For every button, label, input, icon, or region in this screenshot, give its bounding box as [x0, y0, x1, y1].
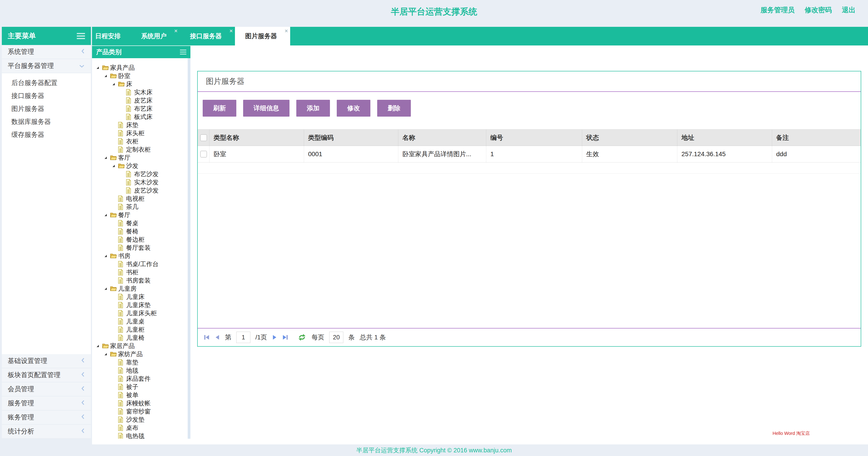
- sidebar-item-3[interactable]: 数据库服务器: [2, 115, 91, 128]
- reload-icon[interactable]: [298, 333, 307, 341]
- sidebar-section-2[interactable]: 基础设置管理: [2, 354, 91, 368]
- tree-node[interactable]: 沙发: [92, 162, 188, 170]
- tree-node[interactable]: 餐厅套装: [92, 244, 188, 252]
- tree-node[interactable]: 餐桌: [92, 219, 188, 227]
- tree-node[interactable]: 餐椅: [92, 227, 188, 236]
- tree-node[interactable]: 皮艺沙发: [92, 186, 188, 194]
- tree-node[interactable]: 床幔蚊帐: [92, 399, 188, 407]
- tree-node[interactable]: 茶几: [92, 203, 188, 211]
- tab-close-icon[interactable]: ×: [229, 28, 233, 34]
- refresh-button[interactable]: 刷新: [203, 100, 236, 117]
- change-password-link[interactable]: 修改密码: [805, 5, 832, 15]
- tree-node[interactable]: 家居产品: [92, 342, 188, 350]
- tree-hamburger-icon[interactable]: [180, 50, 186, 55]
- tree-node[interactable]: 儿童椅: [92, 334, 188, 342]
- tree-node[interactable]: 靠垫: [92, 358, 188, 366]
- delete-button[interactable]: 删除: [377, 100, 411, 117]
- per-page-input[interactable]: [329, 332, 343, 343]
- expand-arrow-icon[interactable]: [104, 74, 110, 78]
- modify-button[interactable]: 修改: [337, 100, 370, 117]
- tab-3[interactable]: 图片服务器×: [235, 27, 290, 45]
- sidebar-item-4[interactable]: 缓存服务器: [2, 128, 91, 141]
- tree-node[interactable]: 儿童床: [92, 293, 188, 301]
- tree-node[interactable]: 被单: [92, 391, 188, 399]
- tree-node[interactable]: 电视柜: [92, 194, 188, 203]
- tree-node[interactable]: 床垫: [92, 121, 188, 129]
- tab-1[interactable]: 系统用户×: [131, 27, 180, 45]
- tree-node[interactable]: 电热毯: [92, 432, 188, 439]
- tree-node[interactable]: 皮艺床: [92, 96, 188, 104]
- tree-node[interactable]: 卧室: [92, 72, 188, 80]
- tree-node[interactable]: 家具产品: [92, 64, 188, 72]
- file-icon: [118, 220, 126, 226]
- tree-list: 家具产品卧室床实木床皮艺床布艺床板式床床垫床头柜衣柜定制衣柜客厅沙发布艺沙发实木…: [92, 58, 188, 439]
- expand-arrow-icon[interactable]: [112, 83, 118, 86]
- expand-arrow-icon[interactable]: [104, 213, 110, 217]
- tree-node[interactable]: 餐边柜: [92, 236, 188, 244]
- admin-user-link[interactable]: 服务管理员: [761, 5, 795, 15]
- row-checkbox[interactable]: [200, 151, 207, 157]
- tree-node[interactable]: 沙发垫: [92, 416, 188, 424]
- sidebar-section-3[interactable]: 板块首页配置管理: [2, 368, 91, 382]
- expand-arrow-icon[interactable]: [104, 156, 110, 159]
- menu-hamburger-icon[interactable]: [77, 33, 85, 39]
- tree-node[interactable]: 实木床: [92, 88, 188, 96]
- expand-arrow-icon[interactable]: [104, 287, 110, 290]
- tab-close-icon[interactable]: ×: [174, 28, 178, 34]
- expand-arrow-icon[interactable]: [104, 353, 110, 356]
- tree-node[interactable]: 书桌/工作台: [92, 260, 188, 268]
- add-button[interactable]: 添加: [296, 100, 330, 117]
- select-all-checkbox[interactable]: [200, 134, 207, 141]
- details-button[interactable]: 详细信息: [243, 100, 289, 117]
- tree-node[interactable]: 板式床: [92, 113, 188, 121]
- tree-node[interactable]: 窗帘纱窗: [92, 407, 188, 416]
- tree-node[interactable]: 衣柜: [92, 137, 188, 146]
- logout-link[interactable]: 退出: [842, 5, 856, 15]
- tree-scrollbar[interactable]: [188, 58, 190, 439]
- sidebar-item-1[interactable]: 接口服务器: [2, 89, 91, 102]
- tree-node[interactable]: 布艺沙发: [92, 170, 188, 178]
- expand-arrow-icon[interactable]: [96, 344, 102, 347]
- tree-node[interactable]: 儿童柜: [92, 326, 188, 334]
- tree-node[interactable]: 地毯: [92, 366, 188, 375]
- tree-node[interactable]: 床头柜: [92, 129, 188, 137]
- tab-close-icon[interactable]: ×: [285, 28, 288, 34]
- expand-arrow-icon[interactable]: [104, 254, 110, 257]
- sidebar-section-7[interactable]: 统计分析: [2, 425, 91, 439]
- file-icon: [118, 375, 126, 382]
- expand-arrow-icon[interactable]: [112, 164, 118, 168]
- tree-node[interactable]: 定制衣柜: [92, 146, 188, 154]
- tab-0[interactable]: 日程安排: [92, 27, 131, 45]
- expand-arrow-icon[interactable]: [96, 66, 102, 69]
- tree-node[interactable]: 书房套装: [92, 276, 188, 284]
- tree-node[interactable]: 客厅: [92, 154, 188, 162]
- tree-node[interactable]: 实木沙发: [92, 178, 188, 186]
- sidebar-item-0[interactable]: 后台服务器配置: [2, 77, 91, 89]
- tree-node[interactable]: 儿童房: [92, 284, 188, 293]
- tab-2[interactable]: 接口服务器×: [180, 27, 235, 45]
- table-row[interactable]: 卧室0001卧室家具产品详情图片...1生效257.124.36.145ddd: [198, 146, 861, 162]
- tree-node[interactable]: 家纺产品: [92, 350, 188, 358]
- first-page-icon[interactable]: [204, 334, 210, 340]
- tree-node[interactable]: 儿童床垫: [92, 301, 188, 309]
- sidebar-section-6[interactable]: 账务管理: [2, 411, 91, 425]
- prev-page-icon[interactable]: [215, 334, 220, 340]
- tree-node[interactable]: 布艺床: [92, 104, 188, 113]
- sidebar-section-4[interactable]: 会员管理: [2, 382, 91, 396]
- tree-node[interactable]: 书房: [92, 252, 188, 260]
- tree-node[interactable]: 餐厅: [92, 211, 188, 219]
- tree-node[interactable]: 儿童桌: [92, 317, 188, 326]
- page-number-input[interactable]: [236, 332, 250, 343]
- sidebar-item-2[interactable]: 图片服务器: [2, 102, 91, 115]
- tree-node[interactable]: 桌布: [92, 424, 188, 432]
- sidebar-section-1[interactable]: 平台服务器管理: [2, 59, 91, 73]
- sidebar-section-5[interactable]: 服务管理: [2, 396, 91, 411]
- tree-node[interactable]: 床: [92, 80, 188, 88]
- tree-node[interactable]: 儿童床头柜: [92, 309, 188, 317]
- tree-node[interactable]: 被子: [92, 383, 188, 391]
- next-page-icon[interactable]: [272, 334, 277, 340]
- tree-node[interactable]: 书柜: [92, 268, 188, 276]
- sidebar-section-0[interactable]: 系统管理: [2, 45, 91, 59]
- tree-node[interactable]: 床品套件: [92, 375, 188, 383]
- last-page-icon[interactable]: [282, 334, 288, 340]
